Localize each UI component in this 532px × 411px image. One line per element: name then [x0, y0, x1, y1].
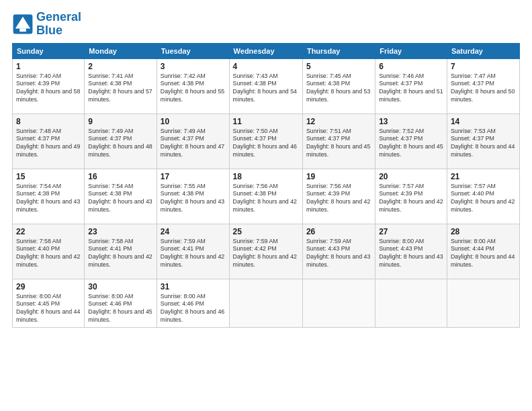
svg-rect-2	[19, 28, 26, 32]
day-info: Sunrise: 7:41 AMSunset: 4:38 PMDaylight:…	[88, 73, 153, 105]
day-info: Sunrise: 7:45 AMSunset: 4:38 PMDaylight:…	[306, 73, 371, 105]
day-info: Sunrise: 7:40 AMSunset: 4:39 PMDaylight:…	[16, 73, 81, 105]
day-info: Sunrise: 7:42 AMSunset: 4:38 PMDaylight:…	[161, 73, 226, 105]
day-info: Sunrise: 7:57 AMSunset: 4:39 PMDaylight:…	[379, 183, 443, 215]
day-info: Sunrise: 7:57 AMSunset: 4:40 PMDaylight:…	[451, 183, 516, 215]
calendar-body: 1 Sunrise: 7:40 AMSunset: 4:39 PMDayligh…	[13, 58, 520, 328]
day-number: 8	[16, 117, 81, 126]
weekday-header: SundayMondayTuesdayWednesdayThursdayFrid…	[13, 43, 520, 58]
calendar-cell: 18 Sunrise: 7:56 AMSunset: 4:38 PMDaylig…	[229, 169, 302, 224]
calendar-cell: 29 Sunrise: 8:00 AMSunset: 4:45 PMDaylig…	[13, 279, 85, 328]
day-number: 21	[451, 172, 516, 181]
day-info: Sunrise: 7:58 AMSunset: 4:41 PMDaylight:…	[88, 238, 153, 270]
day-number: 4	[233, 62, 299, 71]
day-info: Sunrise: 7:52 AMSunset: 4:37 PMDaylight:…	[379, 128, 443, 160]
calendar-cell: 25 Sunrise: 7:59 AMSunset: 4:42 PMDaylig…	[229, 224, 302, 279]
weekday-header-cell: Tuesday	[157, 43, 229, 58]
calendar-cell: 2 Sunrise: 7:41 AMSunset: 4:38 PMDayligh…	[85, 58, 157, 113]
day-info: Sunrise: 7:49 AMSunset: 4:37 PMDaylight:…	[161, 128, 226, 160]
day-info: Sunrise: 7:49 AMSunset: 4:37 PMDaylight:…	[88, 128, 153, 160]
day-number: 16	[88, 172, 153, 181]
day-number: 30	[88, 282, 153, 291]
calendar-cell: 12 Sunrise: 7:51 AMSunset: 4:37 PMDaylig…	[302, 113, 375, 169]
day-number: 12	[306, 117, 371, 126]
header: General Blue	[12, 11, 520, 38]
day-number: 19	[306, 172, 371, 181]
calendar-cell: 16 Sunrise: 7:54 AMSunset: 4:38 PMDaylig…	[85, 169, 157, 224]
weekday-header-cell: Friday	[375, 43, 447, 58]
day-info: Sunrise: 8:00 AMSunset: 4:46 PMDaylight:…	[161, 293, 226, 325]
day-number: 11	[233, 117, 299, 126]
calendar-cell: 11 Sunrise: 7:50 AMSunset: 4:37 PMDaylig…	[229, 113, 302, 169]
calendar-cell: 27 Sunrise: 8:00 AMSunset: 4:43 PMDaylig…	[375, 224, 447, 279]
calendar-cell: 30 Sunrise: 8:00 AMSunset: 4:46 PMDaylig…	[85, 279, 157, 328]
calendar-cell: 10 Sunrise: 7:49 AMSunset: 4:37 PMDaylig…	[157, 113, 229, 169]
calendar-cell	[302, 279, 375, 328]
calendar-cell: 5 Sunrise: 7:45 AMSunset: 4:38 PMDayligh…	[302, 58, 375, 113]
calendar-cell: 13 Sunrise: 7:52 AMSunset: 4:37 PMDaylig…	[375, 113, 447, 169]
day-number: 15	[16, 172, 81, 181]
day-info: Sunrise: 7:53 AMSunset: 4:37 PMDaylight:…	[451, 128, 516, 160]
day-number: 18	[233, 172, 299, 181]
day-info: Sunrise: 7:56 AMSunset: 4:39 PMDaylight:…	[306, 183, 371, 215]
day-number: 9	[88, 117, 153, 126]
logo-text: General Blue	[36, 11, 81, 38]
day-info: Sunrise: 8:00 AMSunset: 4:44 PMDaylight:…	[451, 238, 516, 270]
weekday-header-cell: Saturday	[447, 43, 519, 58]
weekday-header-cell: Sunday	[13, 43, 85, 58]
calendar-cell: 24 Sunrise: 7:59 AMSunset: 4:41 PMDaylig…	[157, 224, 229, 279]
day-info: Sunrise: 7:54 AMSunset: 4:38 PMDaylight:…	[88, 183, 153, 215]
day-info: Sunrise: 8:00 AMSunset: 4:46 PMDaylight:…	[88, 293, 153, 325]
day-info: Sunrise: 7:59 AMSunset: 4:42 PMDaylight:…	[233, 238, 299, 270]
day-number: 20	[379, 172, 443, 181]
logo-icon	[12, 13, 34, 35]
day-info: Sunrise: 8:00 AMSunset: 4:45 PMDaylight:…	[16, 293, 81, 325]
calendar-cell	[447, 279, 519, 328]
day-number: 29	[16, 282, 81, 291]
calendar-cell: 26 Sunrise: 7:59 AMSunset: 4:43 PMDaylig…	[302, 224, 375, 279]
day-info: Sunrise: 7:59 AMSunset: 4:41 PMDaylight:…	[161, 238, 226, 270]
calendar-cell	[375, 279, 447, 328]
day-number: 14	[451, 117, 516, 126]
calendar-cell: 9 Sunrise: 7:49 AMSunset: 4:37 PMDayligh…	[85, 113, 157, 169]
calendar-cell: 21 Sunrise: 7:57 AMSunset: 4:40 PMDaylig…	[447, 169, 519, 224]
calendar-cell: 20 Sunrise: 7:57 AMSunset: 4:39 PMDaylig…	[375, 169, 447, 224]
calendar-cell: 31 Sunrise: 8:00 AMSunset: 4:46 PMDaylig…	[157, 279, 229, 328]
day-number: 17	[161, 172, 226, 181]
day-info: Sunrise: 7:56 AMSunset: 4:38 PMDaylight:…	[233, 183, 299, 215]
calendar-cell: 3 Sunrise: 7:42 AMSunset: 4:38 PMDayligh…	[157, 58, 229, 113]
day-info: Sunrise: 7:46 AMSunset: 4:37 PMDaylight:…	[379, 73, 443, 105]
day-number: 7	[451, 62, 516, 71]
weekday-header-cell: Thursday	[302, 43, 375, 58]
day-number: 5	[306, 62, 371, 71]
calendar-cell: 28 Sunrise: 8:00 AMSunset: 4:44 PMDaylig…	[447, 224, 519, 279]
day-number: 22	[16, 227, 81, 236]
page: General Blue SundayMondayTuesdayWednesda…	[0, 0, 532, 411]
day-info: Sunrise: 7:51 AMSunset: 4:37 PMDaylight:…	[306, 128, 371, 160]
calendar: SundayMondayTuesdayWednesdayThursdayFrid…	[12, 43, 520, 328]
day-number: 2	[88, 62, 153, 71]
day-number: 24	[161, 227, 226, 236]
calendar-cell: 19 Sunrise: 7:56 AMSunset: 4:39 PMDaylig…	[302, 169, 375, 224]
day-number: 26	[306, 227, 371, 236]
calendar-cell: 22 Sunrise: 7:58 AMSunset: 4:40 PMDaylig…	[13, 224, 85, 279]
day-number: 31	[161, 282, 226, 291]
day-number: 25	[233, 227, 299, 236]
calendar-cell: 6 Sunrise: 7:46 AMSunset: 4:37 PMDayligh…	[375, 58, 447, 113]
calendar-cell: 7 Sunrise: 7:47 AMSunset: 4:37 PMDayligh…	[447, 58, 519, 113]
day-number: 13	[379, 117, 443, 126]
day-number: 27	[379, 227, 443, 236]
day-info: Sunrise: 7:55 AMSunset: 4:38 PMDaylight:…	[161, 183, 226, 215]
calendar-cell: 17 Sunrise: 7:55 AMSunset: 4:38 PMDaylig…	[157, 169, 229, 224]
weekday-header-cell: Monday	[85, 43, 157, 58]
day-info: Sunrise: 7:48 AMSunset: 4:37 PMDaylight:…	[16, 128, 81, 160]
day-info: Sunrise: 7:50 AMSunset: 4:37 PMDaylight:…	[233, 128, 299, 160]
day-number: 28	[451, 227, 516, 236]
day-info: Sunrise: 8:00 AMSunset: 4:43 PMDaylight:…	[379, 238, 443, 270]
day-number: 1	[16, 62, 81, 71]
logo: General Blue	[12, 11, 81, 38]
calendar-cell: 1 Sunrise: 7:40 AMSunset: 4:39 PMDayligh…	[13, 58, 85, 113]
calendar-cell: 23 Sunrise: 7:58 AMSunset: 4:41 PMDaylig…	[85, 224, 157, 279]
day-number: 10	[161, 117, 226, 126]
calendar-cell	[229, 279, 302, 328]
